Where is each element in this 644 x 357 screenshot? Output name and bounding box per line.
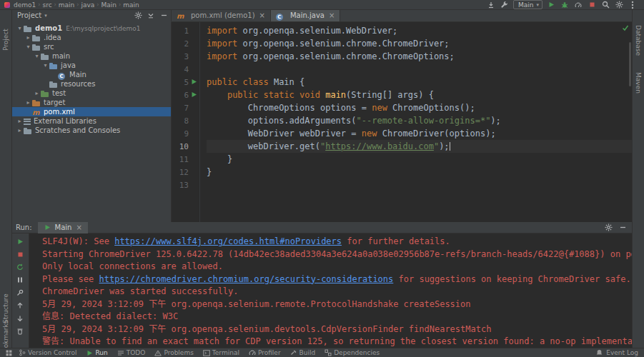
vcs-icon [19,349,26,356]
status-item-profiler[interactable]: Profiler [249,349,281,356]
code-line-1[interactable]: import org.openqa.selenium.WebDriver; [207,24,633,37]
settings-icon[interactable] [615,1,623,9]
editor[interactable]: 12345678910111213 import org.openqa.sele… [172,22,633,222]
toolbar-left-icons [487,1,509,9]
code-line-13[interactable] [207,178,633,191]
status-item-dependencies[interactable]: Dependencies [325,349,380,356]
tree-item-java[interactable]: ▾java [11,61,171,70]
close-icon[interactable]: × [76,223,81,231]
code-line-10[interactable]: webDriver.get("https://www.baidu.com"); [207,140,633,153]
profiler-icon[interactable] [574,1,583,9]
breadcrumb-item-demo1[interactable]: demo1 [14,1,36,9]
more-icon[interactable] [628,1,637,9]
updates-icon[interactable] [487,1,495,9]
console-output[interactable]: SLF4J(W): See https://www.slf4j.org/code… [29,233,633,348]
stop-icon[interactable] [16,250,24,258]
debug-icon[interactable] [560,1,569,9]
breadcrumb-item-main[interactable]: main [59,1,75,9]
chevron-collapsed-icon[interactable]: ▸ [33,90,41,96]
tree-item-idea[interactable]: ▸.idea [11,33,171,42]
code-line-2[interactable]: import org.openqa.selenium.chrome.Chrome… [207,37,633,50]
chevron-collapsed-icon[interactable]: ▸ [16,127,24,134]
close-icon[interactable]: × [259,11,265,19]
settings-gear-icon[interactable] [134,11,142,20]
event-log-button[interactable]: Event Log [595,348,640,357]
run-gutter-icon[interactable] [189,91,199,100]
editor-code[interactable]: import org.openqa.selenium.WebDriver;imp… [201,22,633,222]
code-line-5[interactable]: public class Main { [207,76,633,89]
pause-icon[interactable] [16,276,24,284]
status-item-build[interactable]: Build [290,349,316,356]
status-item-version-control[interactable]: Version Control [19,349,77,356]
code-line-8[interactable]: options.addArguments("--remote-allow-ori… [207,114,633,127]
hide-panel-icon[interactable] [618,223,627,232]
chevron-expanded-icon[interactable]: ▾ [41,62,49,69]
play-icon[interactable] [547,1,555,9]
stop-icon[interactable] [588,1,596,9]
tree-item-main[interactable]: ▾main [11,51,171,61]
breadcrumb-item-main[interactable]: main [123,1,139,9]
code-line-9[interactable]: WebDriver webDriver = new ChromeDriver(o… [207,127,633,140]
code-line-4[interactable] [207,63,633,76]
editor-scrollbar[interactable] [629,42,631,86]
console-link[interactable]: https://www.slf4j.org/codes.html#noProvi… [114,236,342,246]
tree-item-target[interactable]: ▸target [11,98,171,107]
run-tab[interactable]: Main × [38,222,88,233]
folder-icon [41,53,49,60]
chevron-expanded-icon[interactable]: ▾ [16,25,24,31]
close-icon[interactable]: × [329,11,335,19]
status-item-terminal[interactable]: Terminal [203,349,239,356]
chevron-expanded-icon[interactable]: ▾ [33,53,41,59]
code-line-11[interactable]: } [207,153,633,166]
tool-strip-maven[interactable]: Maven [635,72,642,94]
restart-icon[interactable] [16,263,24,271]
chevron-collapsed-icon[interactable]: ▸ [24,34,32,41]
code-line-7[interactable]: ChromeOptions options = new ChromeOption… [207,101,633,114]
code-line-12[interactable]: } [207,166,633,178]
status-item-todo[interactable]: TODO [117,349,146,356]
tree-item-src[interactable]: ▾src [11,42,171,51]
collapse-all-icon[interactable] [147,11,155,20]
breadcrumb-item-src[interactable]: src [42,1,51,9]
settings-gear-icon[interactable] [604,223,613,232]
breadcrumb-item-java[interactable]: java [81,1,95,9]
console-link[interactable]: https://chromedriver.chromium.org/securi… [99,274,393,284]
toolwindow-switcher-icon[interactable] [4,348,13,357]
chevron-collapsed-icon[interactable]: ▸ [24,99,32,106]
tree-item-demo1[interactable]: ▾demo1E:\mysqlproject\demo1 [11,24,171,33]
rerun-icon[interactable] [16,237,24,246]
tree-item-resources[interactable]: resources [11,79,171,89]
pin-icon[interactable] [16,288,24,297]
tree-item-external-libraries[interactable]: ▸External Libraries [11,116,171,126]
wrench-icon[interactable] [500,1,509,9]
hide-panel-icon[interactable] [159,11,168,20]
search-icon[interactable] [601,1,610,9]
breadcrumb-separator-icon: › [76,1,79,8]
tab-label: pom.xml (demo1) [191,11,255,19]
tool-strip-project[interactable]: Project [2,29,9,51]
editor-tab-main-java[interactable]: CMain.java× [271,9,340,21]
chevron-collapsed-icon[interactable]: ▸ [16,118,24,124]
tree-item-scratches-and-consoles[interactable]: ▸Scratches and Consoles [11,126,171,135]
tool-strip-database[interactable]: Database [635,25,642,56]
tree-item-test[interactable]: ▸test [11,89,171,98]
editor-tab-pom-xml-demo1[interactable]: mpom.xml (demo1)× [172,9,271,21]
console-line-2: Starting ChromeDriver 125.0.6422.78 (14d… [42,248,633,261]
code-line-3[interactable]: import org.openqa.selenium.chrome.Chrome… [207,50,633,63]
tree-item-main[interactable]: CMain [11,70,171,79]
down-icon[interactable] [16,314,24,323]
inspections-ok-icon[interactable] [621,24,630,32]
tool-strip-structure[interactable]: Structure [2,293,9,323]
up-icon[interactable] [16,301,24,310]
breadcrumb-item-main[interactable]: Main [101,1,117,9]
status-item-problems[interactable]: Problems [154,349,193,356]
run-config-select[interactable]: Main ▾ [513,0,543,9]
chevron-expanded-icon[interactable]: ▾ [24,44,32,50]
code-line-6[interactable]: public static void main(String[] args) { [207,89,633,101]
project-view-select[interactable]: Project [17,11,41,19]
clear-icon[interactable] [16,327,24,336]
run-gutter-icon[interactable] [189,78,199,87]
status-item-run[interactable]: Run [86,349,108,356]
tree-item-pom-xml[interactable]: mpom.xml [11,107,171,116]
todo-icon [117,349,124,356]
